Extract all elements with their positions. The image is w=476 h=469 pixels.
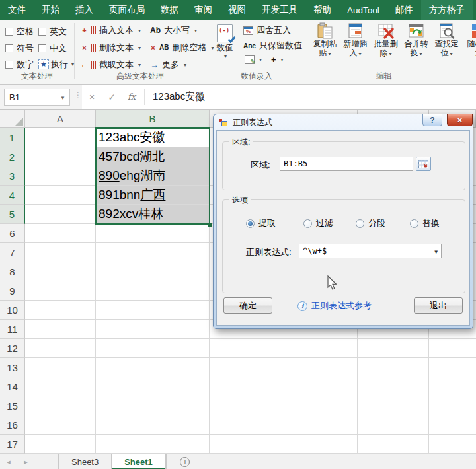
merge-convert-button[interactable]: 合并转换▾ <box>401 22 431 58</box>
row-header-7[interactable]: 7 <box>0 243 25 262</box>
confirm-entry-button[interactable]: ✓ <box>102 92 122 102</box>
insert-function-button[interactable]: fx <box>122 92 141 102</box>
ok-button[interactable]: 确定 <box>223 297 272 314</box>
round-button[interactable]: %四舍五入 <box>243 24 302 36</box>
cut-text-button[interactable]: ⌐截取文本▾ <box>81 59 141 71</box>
row-header-5[interactable]: 5 <box>0 205 25 224</box>
stacked-blocks-icon <box>470 22 476 40</box>
checkbox-空格[interactable]: 空格 <box>5 23 38 40</box>
case-icon: Ab <box>150 26 161 34</box>
gridline <box>95 128 96 454</box>
exit-button[interactable]: 退出 <box>414 297 463 314</box>
formula-input[interactable]: 123abc安徽 <box>147 90 205 103</box>
row-header-1[interactable]: 1 <box>0 128 25 147</box>
row-header-4[interactable]: 4 <box>0 186 25 205</box>
edit-cell-button[interactable]: ✎▾ <box>245 55 262 64</box>
chevron-down-icon: ▼ <box>60 95 65 101</box>
ribbon-tab-插入[interactable]: 插入 <box>67 0 101 20</box>
text-bars-icon <box>91 44 96 52</box>
insert-icon: + <box>81 27 87 34</box>
radio-提取[interactable]: 提取 <box>246 217 276 229</box>
star-icon: ★ <box>38 59 49 69</box>
dialog-help-button[interactable]: ? <box>422 114 442 126</box>
regex-dialog: 正则表达式 ? × 区域: 区域: B1:B5 选项 提取过滤分段替换 正则表达… <box>213 114 473 329</box>
ribbon-tab-文件[interactable]: 文件 <box>0 0 34 20</box>
chevron-down-icon: ▾ <box>194 28 197 34</box>
insert-rows-button[interactable]: 新增插入▾ <box>340 22 370 58</box>
row-header-3[interactable]: 3 <box>0 166 25 186</box>
magnifier-icon <box>438 22 456 40</box>
checkbox-英文[interactable]: 英文 <box>38 23 75 40</box>
cancel-entry-button[interactable]: × <box>82 92 102 102</box>
ribbon-tab-帮助[interactable]: 帮助 <box>305 0 339 20</box>
sheet-tab-Sheet3[interactable]: Sheet3 <box>59 454 111 469</box>
ribbon-tab-审阅[interactable]: 审阅 <box>186 0 220 20</box>
plus-icon: + <box>180 457 190 467</box>
copy-paste-button[interactable]: 复制粘贴▾ <box>310 22 340 58</box>
region-input[interactable]: B1:B5 <box>280 157 413 171</box>
row-header-10[interactable]: 10 <box>0 301 25 320</box>
ribbon-tab-方方格子[interactable]: 方方格子 <box>421 0 473 20</box>
cell-B3[interactable]: 890ehg湖南 <box>97 166 209 185</box>
row-header-12[interactable]: 12 <box>0 339 25 358</box>
ribbon-tab-邮件[interactable]: 邮件 <box>387 0 421 20</box>
radio-dot-icon <box>303 219 312 228</box>
row-header-11[interactable]: 11 <box>0 320 25 339</box>
range-picker-button[interactable] <box>416 157 431 171</box>
radio-替换[interactable]: 替换 <box>410 217 440 229</box>
ribbon-tabbar: 文件开始插入页面布局数据审阅视图开发工具帮助AudTool邮件方方格子 <box>0 0 476 20</box>
radio-分段[interactable]: 分段 <box>356 217 385 229</box>
ribbon-tab-页面布局[interactable]: 页面布局 <box>101 0 153 20</box>
insert-text-button[interactable]: +插入文本▾ <box>81 24 141 36</box>
cell-B5[interactable]: 892xcv桂林 <box>97 205 209 223</box>
arrow-right-icon: → <box>150 61 159 69</box>
row-header-6[interactable]: 6 <box>0 224 25 243</box>
row-header-16[interactable]: 16 <box>0 415 25 435</box>
name-box[interactable]: B1▼ <box>4 89 70 106</box>
col-header-B[interactable]: B <box>96 110 210 128</box>
fill-handle[interactable] <box>208 223 212 227</box>
row-header-14[interactable]: 14 <box>0 377 25 396</box>
batch-delete-button[interactable]: 批量删除▾ <box>371 22 401 58</box>
sheet-tab-Sheet1[interactable]: Sheet1 <box>111 454 166 469</box>
ribbon-tab-AudTool[interactable]: AudTool <box>339 0 387 20</box>
ribbon-tab-视图[interactable]: 视图 <box>220 0 254 20</box>
plus-button[interactable]: +▾ <box>271 55 284 65</box>
numeric-value-button[interactable]: (-) 数值 ▾ <box>212 23 238 65</box>
sheet-nav-next-button[interactable]: ▸ <box>17 454 34 469</box>
row-header-8[interactable]: 8 <box>0 262 25 281</box>
row-header-9[interactable]: 9 <box>0 281 25 301</box>
checkbox-中文[interactable]: 中文 <box>38 40 75 56</box>
ribbon-tab-开始[interactable]: 开始 <box>34 0 67 20</box>
group-edit: 复制粘贴▾ 新增插入▾ 批量删除▾ 合并转换▾ 查找定位▾ <box>307 20 461 84</box>
add-sheet-button[interactable]: + <box>167 454 204 469</box>
radio-过滤[interactable]: 过滤 <box>303 217 333 229</box>
sheet-nav-prev-button[interactable]: ◂ <box>0 454 17 469</box>
ribbon-tab-开发工具[interactable]: 开发工具 <box>254 0 305 20</box>
cell-B1[interactable]: 123abc安徽 <box>97 128 209 147</box>
col-header-A[interactable]: A <box>25 110 96 128</box>
row-header-13[interactable]: 13 <box>0 358 25 377</box>
more-button[interactable]: →更多▾ <box>150 59 214 71</box>
keep-numeric-button[interactable]: Aʙᴄ只保留数值 <box>243 40 302 52</box>
row-header-15[interactable]: 15 <box>0 396 25 415</box>
regex-combobox[interactable]: ^\w+$▼ <box>299 244 442 258</box>
dialog-close-button[interactable]: × <box>447 114 473 126</box>
row-header-2[interactable]: 2 <box>0 147 25 166</box>
random-repeat-button[interactable]: 随机重复 <box>464 22 476 58</box>
find-locate-button[interactable]: 查找定位▾ <box>432 22 461 58</box>
group-text-processing: 空格英文符号中文数字★执行▾ 文本处理 <box>0 20 74 84</box>
case-button[interactable]: Ab大小写▾ <box>150 24 214 36</box>
cell-B2[interactable]: 457bcd湖北 <box>97 147 209 166</box>
chevron-down-icon: ▾ <box>138 62 141 68</box>
text-processing-checkboxes: 空格英文符号中文数字★执行▾ <box>0 20 74 73</box>
cell-B4[interactable]: 891bnn广西 <box>97 186 209 204</box>
remove-space-button[interactable]: ×AB删除空格▾ <box>150 42 214 54</box>
ribbon-tab-数据[interactable]: 数据 <box>153 0 186 20</box>
checkbox-符号[interactable]: 符号 <box>5 40 38 56</box>
row-header-17[interactable]: 17 <box>0 435 25 454</box>
select-all-corner[interactable] <box>0 110 25 128</box>
regex-reference-link[interactable]: i正则表达式参考 <box>298 300 372 312</box>
checkbox-box-icon <box>5 61 13 69</box>
delete-text-button[interactable]: ×删除文本▾ <box>81 42 141 54</box>
